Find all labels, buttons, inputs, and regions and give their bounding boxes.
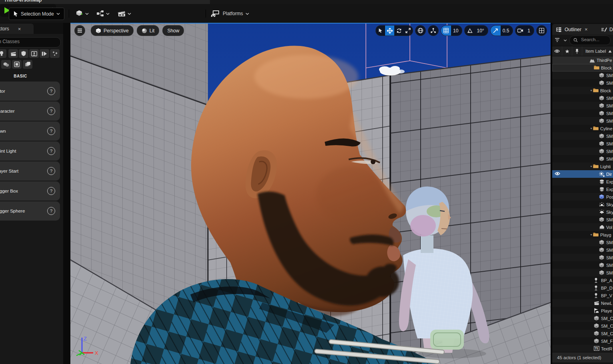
outliner-row-cyline-9[interactable]: ▾Cyline xyxy=(552,125,613,132)
camera-speed-control[interactable]: 1 xyxy=(515,25,534,36)
viewport-layout-button[interactable] xyxy=(536,25,547,36)
place-actor-item-pawn[interactable]: Pawn? xyxy=(0,121,60,141)
outliner-row-sm-11[interactable]: SM xyxy=(552,140,613,147)
blueprints-dropdown[interactable] xyxy=(96,9,110,18)
selection-mode-dropdown[interactable]: Selection Mode xyxy=(9,8,64,20)
outliner-row-sm-26[interactable]: SM xyxy=(552,254,613,261)
move-tool[interactable] xyxy=(385,26,394,36)
favorite-column-header[interactable] xyxy=(562,46,572,56)
expand-arrow-icon[interactable]: ▾ xyxy=(589,89,593,92)
visibility-column-header[interactable] xyxy=(552,46,562,56)
visibility-eye-icon[interactable] xyxy=(555,171,560,177)
outliner-row-sm-c-34[interactable]: SM_C xyxy=(552,314,613,322)
help-icon[interactable]: ? xyxy=(47,207,55,215)
scale-tool[interactable] xyxy=(403,26,413,36)
outliner-row-dir-15[interactable]: Dir xyxy=(552,170,613,178)
platforms-dropdown[interactable]: Platforms xyxy=(211,9,249,18)
outliner-row-bp-v-31[interactable]: BP_V xyxy=(552,292,613,299)
category-lights-icon[interactable] xyxy=(0,49,6,58)
outliner-row-pos-18[interactable]: Pos xyxy=(552,193,613,201)
outliner-row-block-1[interactable]: Block xyxy=(552,64,613,72)
outliner-row-sm-6[interactable]: SM xyxy=(552,102,613,109)
help-icon[interactable]: ? xyxy=(47,167,55,175)
cinematics-dropdown[interactable] xyxy=(117,9,131,18)
category-volumes-icon[interactable] xyxy=(19,49,28,58)
outliner-row-sm-21[interactable]: SM xyxy=(552,216,613,223)
place-actor-item-actor[interactable]: Actor? xyxy=(0,82,60,101)
outliner-tab[interactable]: Outliner × xyxy=(552,24,602,35)
add-actor-dropdown[interactable] xyxy=(75,9,89,18)
help-icon[interactable]: ? xyxy=(47,87,55,95)
viewport-options-menu[interactable] xyxy=(74,25,85,36)
grid-snap-control[interactable]: 10 xyxy=(441,25,462,36)
place-actor-item-trigger-sphere[interactable]: Trigger Sphere? xyxy=(0,201,60,221)
category-media-icon[interactable] xyxy=(29,49,39,58)
rotate-tool[interactable] xyxy=(394,26,403,36)
outliner-row-sky-20[interactable]: Sky xyxy=(552,208,613,216)
category-panel-icon[interactable] xyxy=(12,60,22,69)
outliner-row-block-4[interactable]: ▾Block xyxy=(552,87,613,94)
outliner-row-sm-28[interactable]: SM xyxy=(552,269,613,276)
category-cinematics-icon[interactable] xyxy=(8,49,18,58)
close-icon[interactable]: × xyxy=(18,26,21,32)
place-actor-item-point-light[interactable]: Point Light? xyxy=(0,141,60,161)
scale-snap-control[interactable]: 0.5 xyxy=(490,25,513,36)
place-actors-tab[interactable]: Place Actors × xyxy=(0,24,34,34)
place-search-box[interactable] xyxy=(0,37,61,48)
select-tool[interactable] xyxy=(376,26,385,36)
outliner-row-playg-23[interactable]: ▾Playg xyxy=(552,231,613,239)
place-search-input[interactable] xyxy=(0,38,59,45)
outliner-row-sm-25[interactable]: SM xyxy=(552,246,613,254)
show-dropdown[interactable]: Show xyxy=(162,25,184,36)
outliner-row-sm-f-37[interactable]: SM_F xyxy=(552,337,613,345)
close-icon[interactable]: × xyxy=(585,26,588,32)
outliner-row-exp-17[interactable]: Exp xyxy=(552,185,613,193)
outliner-row-sm-10[interactable]: SM xyxy=(552,132,613,140)
category-geometry-icon[interactable] xyxy=(1,60,11,69)
outliner-row-sm-8[interactable]: SM xyxy=(552,117,613,125)
place-actor-item-character[interactable]: Character? xyxy=(0,101,60,121)
item-label-column-header[interactable]: Item Label xyxy=(582,49,612,54)
outliner-row-bp-a-29[interactable]: BP_A xyxy=(552,276,613,284)
outliner-row-sm-24[interactable]: SM xyxy=(552,239,613,246)
outliner-row-sm-2[interactable]: SM xyxy=(552,72,613,79)
lit-dropdown[interactable]: Lit xyxy=(137,25,160,36)
outliner-row-newl-32[interactable]: NewL xyxy=(552,299,613,307)
outliner-row-sm-13[interactable]: SM xyxy=(552,155,613,163)
outliner-row-sky-19[interactable]: Sky xyxy=(552,201,613,208)
outliner-row-sm-12[interactable]: SM xyxy=(552,147,613,155)
category-pawn-icon[interactable] xyxy=(40,49,49,58)
place-actor-item-player-start[interactable]: Player Start? xyxy=(0,161,60,181)
filter-icon[interactable] xyxy=(555,38,561,43)
outliner-search-input[interactable] xyxy=(580,37,613,42)
outliner-row-thirdpe-0[interactable]: ThirdPe xyxy=(552,56,613,64)
outliner-row-sm-27[interactable]: SM xyxy=(552,261,613,269)
outliner-row-bp-d-30[interactable]: BP_D xyxy=(552,284,613,292)
category-effects-icon[interactable] xyxy=(50,49,60,58)
category-all-classes-icon[interactable] xyxy=(23,60,32,69)
perspective-dropdown[interactable]: Perspective xyxy=(91,25,134,36)
rotation-snap-control[interactable]: 10° xyxy=(464,25,488,36)
place-actor-item-trigger-box[interactable]: Trigger Box? xyxy=(0,181,60,201)
pin-column-header[interactable] xyxy=(572,46,582,56)
outliner-row-textr-38[interactable]: TtTextR xyxy=(552,345,613,352)
outliner-row-exp-16[interactable]: Exp xyxy=(552,178,613,185)
outliner-row-sm-c-35[interactable]: SM_C xyxy=(552,322,613,330)
help-icon[interactable]: ? xyxy=(47,107,55,115)
chevron-down-icon[interactable] xyxy=(563,39,567,42)
viewport[interactable]: Z X Perspective Lit xyxy=(70,23,551,364)
outliner-row-sm-3[interactable]: SM xyxy=(552,79,613,87)
surface-snapping-button[interactable] xyxy=(428,25,439,36)
outliner-row-sm-c-36[interactable]: SM_C xyxy=(552,330,613,337)
outliner-row-playe-33[interactable]: Playe xyxy=(552,307,613,314)
outliner-row-vol-22[interactable]: Vol xyxy=(552,223,613,231)
expand-arrow-icon[interactable]: ▾ xyxy=(589,165,593,168)
level-tab[interactable]: ThirdPersonMap xyxy=(0,0,210,4)
help-icon[interactable]: ? xyxy=(47,127,55,135)
expand-arrow-icon[interactable]: ▾ xyxy=(589,233,593,237)
outliner-row-lighti-14[interactable]: ▾Lighti xyxy=(552,163,613,170)
help-icon[interactable]: ? xyxy=(47,147,55,155)
world-local-toggle[interactable] xyxy=(415,25,426,36)
details-tab[interactable]: Details xyxy=(597,24,613,35)
outliner-row-sm-5[interactable]: SM xyxy=(552,94,613,102)
